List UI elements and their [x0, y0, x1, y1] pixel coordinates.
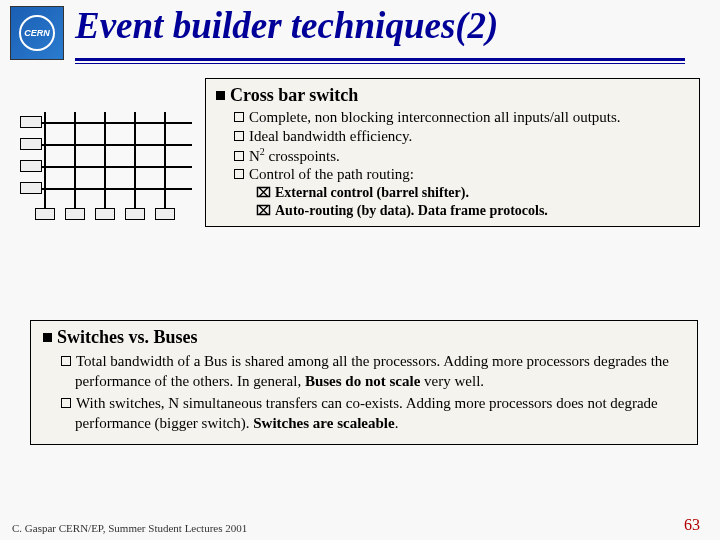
s2p1-post: very well. — [420, 373, 484, 389]
title-underline-thin — [75, 63, 685, 64]
page-number: 63 — [684, 516, 700, 534]
section2-point-2: With switches, N simultaneous transfers … — [61, 394, 685, 433]
s2p1-bold: Buses do not scale — [305, 373, 420, 389]
cern-logo: CERN — [10, 6, 64, 60]
section1-point-4: Control of the path routing: — [234, 165, 689, 184]
section1-sub-2: Auto-routing (by data). Data frame proto… — [256, 202, 689, 220]
s2p2-bold: Switches are scaleable — [253, 415, 394, 431]
crossbar-diagram — [22, 112, 192, 212]
s2p2-post: . — [395, 415, 399, 431]
section1-sub-1: External control (barrel shifter). — [256, 184, 689, 202]
slide-title: Event builder techniques(2) — [75, 4, 498, 47]
cern-logo-text: CERN — [19, 15, 55, 51]
section-switches-buses: Switches vs. Buses Total bandwidth of a … — [30, 320, 698, 445]
section2-point-1: Total bandwidth of a Bus is shared among… — [61, 352, 685, 391]
section-crossbar: Cross bar switch Complete, non blocking … — [205, 78, 700, 227]
section1-point-2: Ideal bandwidth efficiency. — [234, 127, 689, 146]
title-underline — [75, 58, 685, 61]
section1-point-3: N2 crosspoints. — [234, 146, 689, 166]
section1-point-1: Complete, non blocking interconnection a… — [234, 108, 689, 127]
footer-text: C. Gaspar CERN/EP, Summer Student Lectur… — [12, 522, 247, 534]
section1-heading: Cross bar switch — [216, 85, 689, 106]
section2-heading: Switches vs. Buses — [43, 327, 685, 348]
